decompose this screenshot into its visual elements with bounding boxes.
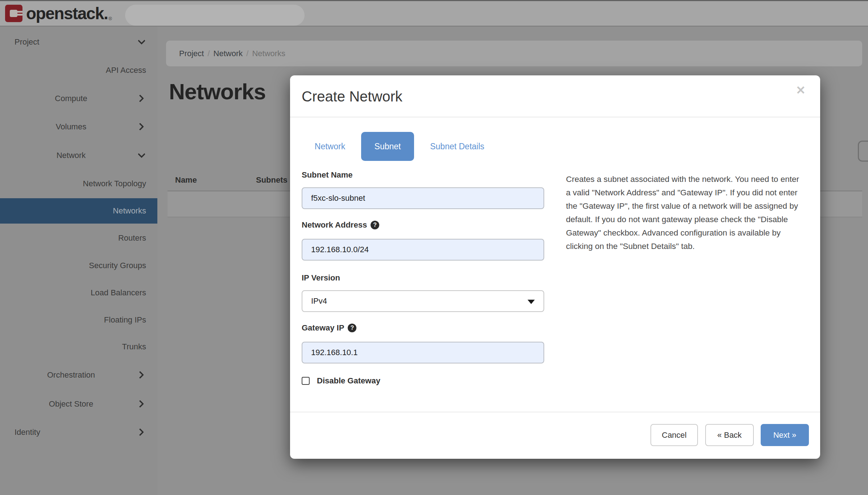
sidebar-item-identity[interactable]: Identity: [0, 424, 157, 440]
sidebar-item-network-topology[interactable]: Network Topology: [0, 176, 157, 192]
table-toolbar-button-cutoff[interactable]: [858, 141, 868, 162]
next-button[interactable]: Next »: [761, 424, 809, 446]
sidebar-item-network[interactable]: Network: [0, 147, 157, 163]
sidebar-item-security-groups[interactable]: Security Groups: [0, 258, 157, 274]
table-header-subnets[interactable]: Subnets: [256, 175, 288, 185]
sidebar-item-api-access[interactable]: API Access: [0, 62, 157, 78]
tab-network[interactable]: Network: [305, 132, 355, 161]
sidebar-item-trunks[interactable]: Trunks: [0, 339, 157, 355]
disable-gateway-label: Disable Gateway: [317, 376, 380, 386]
table-header-name[interactable]: Name: [175, 175, 197, 185]
navbar-search-field[interactable]: [125, 5, 305, 26]
tab-subnet-active[interactable]: Subnet: [361, 132, 414, 161]
close-icon[interactable]: ✕: [796, 83, 806, 97]
subnet-name-label: Subnet Name: [302, 170, 353, 180]
sidebar-item-project[interactable]: Project: [0, 34, 157, 50]
subnet-help-text: Creates a subnet associated with the net…: [566, 172, 804, 253]
sidebar-item-routers[interactable]: Routers: [0, 230, 157, 246]
network-address-input[interactable]: [302, 239, 544, 261]
sidebar-item-compute[interactable]: Compute: [0, 91, 157, 107]
breadcrumb-project[interactable]: Project: [179, 49, 204, 58]
breadcrumb-separator: /: [204, 49, 213, 58]
caret-down-icon: [528, 300, 535, 304]
network-address-label: Network Address ?: [302, 220, 379, 230]
help-icon[interactable]: ?: [348, 324, 356, 332]
brand-wordmark: openstack.: [26, 5, 108, 22]
sidebar-item-floating-ips[interactable]: Floating IPs: [0, 312, 157, 328]
openstack-horizon-screen: openstack. ® Project API Access Compute …: [0, 0, 868, 495]
create-network-modal: Create Network ✕ Network Subnet Subnet D…: [290, 75, 820, 459]
modal-footer-divider: [290, 412, 820, 412]
disable-gateway-row[interactable]: Disable Gateway: [302, 376, 380, 386]
ip-version-label: IP Version: [302, 273, 340, 283]
disable-gateway-checkbox[interactable]: [302, 377, 310, 385]
gateway-ip-input[interactable]: [302, 342, 544, 363]
cancel-button[interactable]: Cancel: [650, 424, 698, 446]
modal-title: Create Network: [302, 88, 402, 105]
ip-version-select[interactable]: IPv4: [302, 290, 544, 312]
breadcrumb-separator: /: [243, 49, 252, 58]
sidebar-item-object-store[interactable]: Object Store: [0, 396, 157, 412]
sidebar-nav: Project API Access Compute Volumes Netwo…: [0, 26, 157, 495]
page-title: Networks: [169, 79, 266, 104]
help-icon[interactable]: ?: [371, 221, 379, 229]
sidebar-item-networks-selected[interactable]: Networks: [0, 198, 157, 224]
breadcrumb-networks-current: Networks: [252, 49, 285, 58]
breadcrumb: Project/Network/Networks: [179, 41, 285, 66]
top-navbar: openstack. ®: [0, 0, 868, 26]
openstack-brand[interactable]: openstack. ®: [5, 5, 112, 22]
sidebar-item-orchestration[interactable]: Orchestration: [0, 367, 157, 383]
tab-subnet-details[interactable]: Subnet Details: [419, 132, 495, 161]
registered-mark: ®: [108, 16, 112, 21]
gateway-ip-label: Gateway IP ?: [302, 323, 356, 333]
sidebar-item-volumes[interactable]: Volumes: [0, 119, 157, 135]
back-button[interactable]: « Back: [705, 424, 754, 446]
openstack-logo-icon: [5, 5, 22, 22]
breadcrumb-network[interactable]: Network: [214, 49, 243, 58]
modal-header-divider: [290, 117, 820, 117]
sidebar-item-load-balancers[interactable]: Load Balancers: [0, 285, 157, 301]
subnet-name-input[interactable]: [302, 187, 544, 209]
